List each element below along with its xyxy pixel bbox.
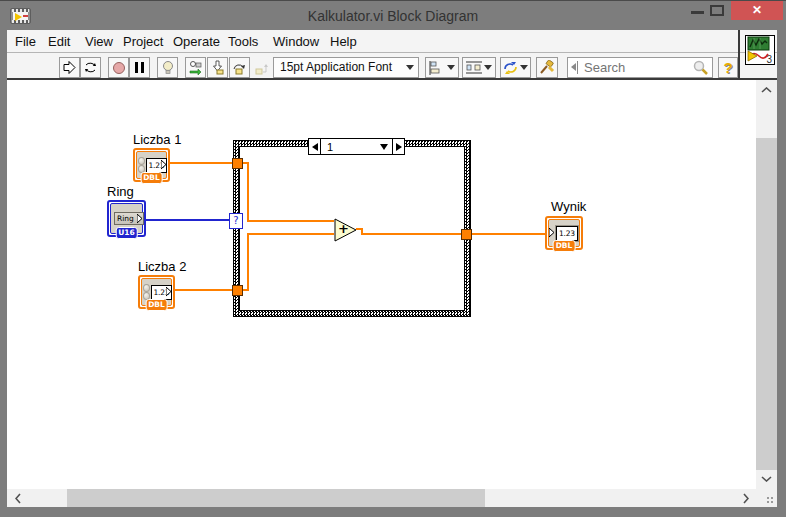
run-continuous-button[interactable] <box>80 57 101 78</box>
wire-segment[interactable] <box>247 233 249 291</box>
case-selector-terminal[interactable]: ? <box>229 213 243 229</box>
search-box[interactable] <box>567 57 713 78</box>
menu-tools[interactable]: Tools <box>228 34 258 49</box>
control-liczba2-type-badge: DBL <box>145 299 168 311</box>
search-icon <box>692 59 709 76</box>
label-wynik[interactable]: Wynik <box>551 199 586 214</box>
control-ring-type-badge: U16 <box>115 227 138 239</box>
font-selector-label: 15pt Application Font <box>280 60 392 74</box>
increment-decrement-icon[interactable] <box>143 284 150 301</box>
help-button[interactable]: ? <box>718 57 738 78</box>
vertical-scrollbar-thumb[interactable] <box>756 138 777 470</box>
step-into-button[interactable] <box>207 57 228 78</box>
reorder-objects-button[interactable] <box>500 57 531 78</box>
add-function-symbol: + <box>338 221 349 236</box>
menu-operate[interactable]: Operate <box>173 34 220 49</box>
vertical-scrollbar[interactable] <box>756 80 777 489</box>
chevron-down-icon <box>447 65 455 70</box>
label-liczba2[interactable]: Liczba 2 <box>138 259 186 274</box>
output-pin-icon <box>161 160 167 170</box>
output-pin-icon <box>166 287 172 297</box>
tunnel-liczba1[interactable] <box>232 158 243 169</box>
panel-separator <box>738 30 740 78</box>
chevron-down-icon <box>520 65 528 70</box>
run-button[interactable] <box>59 57 80 78</box>
step-out-button[interactable] <box>251 57 272 78</box>
control-liczba1-type-badge: DBL <box>140 172 163 184</box>
title-bar: Kalkulator.vi Block Diagram ✕ <box>0 0 786 30</box>
indicator-wynik-value: 1.23 <box>556 226 578 241</box>
toolbar: 15pt Application Font ? <box>7 52 777 78</box>
chevron-down-icon <box>406 65 414 70</box>
scroll-left-button[interactable] <box>7 489 28 507</box>
case-selector-label[interactable]: 1 <box>308 138 405 155</box>
window: Kalkulator.vi Block Diagram ✕ File Edit … <box>0 0 786 517</box>
label-liczba1[interactable]: Liczba 1 <box>133 132 181 147</box>
scrollbar-corner <box>756 489 777 507</box>
scroll-down-button[interactable] <box>756 469 777 489</box>
search-anchor-icon <box>571 63 576 71</box>
case-previous-button[interactable] <box>309 139 321 154</box>
horizontal-scrollbar-thumb[interactable] <box>67 489 485 507</box>
wire-output[interactable] <box>472 233 548 235</box>
clean-up-diagram-button[interactable] <box>536 57 558 78</box>
chevron-down-icon <box>484 65 492 70</box>
menu-file[interactable]: File <box>15 34 36 49</box>
wire-liczba2[interactable] <box>175 289 232 291</box>
font-selector[interactable]: 15pt Application Font <box>273 57 419 78</box>
window-title: Kalkulator.vi Block Diagram <box>0 8 786 24</box>
control-liczba2[interactable]: 1.23 DBL <box>138 275 175 309</box>
chevron-down-icon[interactable] <box>380 144 388 150</box>
case-next-button[interactable] <box>392 139 404 154</box>
wire-segment[interactable] <box>361 233 461 235</box>
resize-grip[interactable] <box>766 496 774 504</box>
highlight-execution-button[interactable] <box>157 57 178 78</box>
vi-icon-number: 3 <box>766 54 772 65</box>
indicator-wynik[interactable]: 1.23 DBL <box>545 216 583 250</box>
wire-segment[interactable] <box>247 162 249 222</box>
tunnel-output[interactable] <box>461 229 472 240</box>
abort-button[interactable] <box>108 57 129 78</box>
retain-wire-values-button[interactable] <box>185 57 206 78</box>
wire-liczba1[interactable] <box>170 162 232 164</box>
output-pin-icon <box>137 214 143 224</box>
menu-view[interactable]: View <box>85 34 113 49</box>
menu-help[interactable]: Help <box>330 34 357 49</box>
menu-edit[interactable]: Edit <box>48 34 70 49</box>
indicator-wynik-type-badge: DBL <box>553 240 576 252</box>
menu-window[interactable]: Window <box>273 34 319 49</box>
pause-button[interactable] <box>129 57 150 78</box>
tunnel-liczba2[interactable] <box>232 285 243 296</box>
wire-ring[interactable] <box>145 219 229 221</box>
maximize-button[interactable] <box>710 5 724 16</box>
input-pin-icon <box>549 228 555 238</box>
label-ring[interactable]: Ring <box>107 184 134 199</box>
close-button[interactable]: ✕ <box>731 1 783 20</box>
horizontal-scrollbar[interactable] <box>7 489 756 507</box>
align-objects-button[interactable] <box>425 57 459 78</box>
scroll-right-button[interactable] <box>735 489 756 507</box>
vi-icon[interactable]: 3 <box>745 35 775 65</box>
menu-project[interactable]: Project <box>123 34 163 49</box>
minimize-button[interactable] <box>691 11 704 14</box>
search-anchor-line <box>577 61 578 74</box>
wire-segment[interactable] <box>247 233 334 235</box>
block-diagram-canvas[interactable]: 1 ? + Liczba 1 1.23 <box>7 80 756 489</box>
case-selector-value: 1 <box>321 141 333 153</box>
step-over-button[interactable] <box>229 57 250 78</box>
wire-segment[interactable] <box>247 220 334 222</box>
scroll-up-button[interactable] <box>756 80 777 100</box>
distribute-objects-button[interactable] <box>462 57 496 78</box>
control-liczba1[interactable]: 1.23 DBL <box>133 148 170 182</box>
menu-bar: File Edit View Project Operate Tools Win… <box>7 30 777 52</box>
control-ring[interactable]: Ring U16 <box>107 200 146 237</box>
increment-decrement-icon[interactable] <box>138 157 145 174</box>
search-input[interactable] <box>584 59 684 76</box>
